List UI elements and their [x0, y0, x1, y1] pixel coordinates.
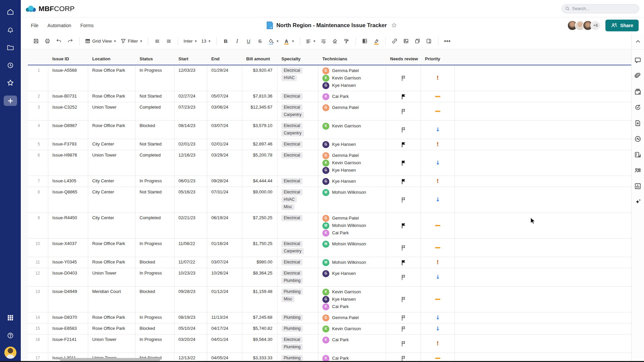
start-date-cell[interactable]: 11/07/22 [174, 257, 207, 268]
create-new-button[interactable] [4, 96, 17, 106]
location-cell[interactable]: Meridian Court [88, 287, 136, 312]
specialty-cell[interactable]: Electrical [277, 176, 318, 187]
insert-card-button[interactable] [413, 36, 423, 46]
needs-review-cell[interactable] [386, 91, 421, 102]
issue-id-cell[interactable]: Issue-F3793 [48, 139, 88, 150]
end-date-cell[interactable]: 05/07/24 [207, 91, 242, 102]
needs-review-cell[interactable] [386, 187, 421, 213]
align-button[interactable]: ▼ [304, 36, 317, 46]
location-cell[interactable]: Union Tower [88, 102, 136, 120]
specialty-cell[interactable]: Plumbing [277, 323, 318, 334]
technicians-cell[interactable]: GGemma PatelKKevin GarrisonGKye Hansen [318, 150, 386, 176]
start-date-cell[interactable]: 02/01/23 [174, 139, 207, 150]
font-family-select[interactable]: Inter ▼ [182, 36, 199, 46]
column-header-end[interactable]: End [207, 56, 242, 61]
location-cell[interactable]: City Center [88, 213, 136, 238]
row-number-cell[interactable]: 5 [28, 139, 48, 150]
issue-id-cell[interactable]: Issue-Y0345 [48, 257, 88, 268]
row-number-cell[interactable]: 9 [28, 213, 48, 238]
start-date-cell[interactable]: 06/01/23 [174, 176, 207, 187]
location-cell[interactable]: City Center [88, 187, 136, 213]
end-date-cell[interactable]: 01/16/24 [207, 239, 242, 257]
issue-id-cell[interactable]: Issue-D0403 [48, 268, 88, 286]
underline-button[interactable]: U [244, 36, 254, 46]
start-date-cell[interactable]: 09/28/23 [174, 287, 207, 312]
column-header-bill-amount[interactable]: Bill amount [242, 56, 277, 61]
specialty-cell[interactable]: Electrical [277, 91, 318, 102]
attachments-panel-button[interactable] [633, 71, 643, 81]
row-number-cell[interactable]: 16 [28, 335, 48, 353]
priority-cell[interactable] [421, 91, 455, 102]
priority-cell[interactable]: ↓ [421, 150, 455, 176]
issue-id-cell[interactable]: Issue-C3252 [48, 102, 88, 120]
technicians-cell[interactable]: KCai Park [318, 335, 386, 353]
fill-color-button[interactable]: ▼ [266, 36, 280, 46]
issue-id-cell[interactable]: Issue-R4450 [48, 213, 88, 238]
strikethrough-button[interactable]: S [255, 36, 265, 46]
column-header-status[interactable]: Status [136, 56, 174, 61]
borders-button[interactable] [360, 36, 370, 46]
wrap-text-button[interactable] [319, 36, 329, 46]
specialty-cell[interactable]: Plumbing [277, 312, 318, 323]
user-profile-avatar[interactable] [4, 347, 16, 359]
insert-link-button[interactable] [390, 36, 400, 46]
issue-id-cell[interactable]: Issue-D4949 [48, 287, 88, 312]
bill-amount-cell[interactable]: $4,444.44 [242, 176, 277, 187]
column-header-priority[interactable]: Priority [421, 56, 455, 61]
technicians-cell[interactable]: KKevin Garrison [318, 323, 386, 334]
needs-review-cell[interactable] [386, 268, 421, 286]
end-date-cell[interactable]: 10/26/24 [207, 268, 242, 286]
save-button[interactable] [31, 36, 41, 46]
bill-amount-cell[interactable]: $2,897.46 [242, 139, 277, 150]
charts-panel-button[interactable] [633, 181, 643, 191]
needs-review-cell[interactable] [386, 176, 421, 187]
issue-id-cell[interactable]: Issue-B0731 [48, 91, 88, 102]
row-number-cell[interactable]: 3 [28, 102, 48, 120]
technicians-cell[interactable]: GKye Hansen [318, 268, 386, 286]
needs-review-cell[interactable] [386, 323, 421, 334]
needs-review-cell[interactable] [386, 121, 421, 139]
status-cell[interactable]: In Progress [136, 65, 174, 91]
bill-amount-cell[interactable]: $7,810.36 [242, 91, 277, 102]
favorites-button[interactable] [4, 76, 17, 90]
needs-review-cell[interactable] [386, 287, 421, 312]
needs-review-cell[interactable] [386, 65, 421, 91]
horizontal-scrollbar-thumb[interactable] [60, 358, 160, 361]
start-date-cell[interactable]: 02/21/23 [174, 213, 207, 238]
highlight-button[interactable] [371, 36, 381, 46]
specialty-cell[interactable]: ElectricalCarpentry [277, 121, 318, 139]
priority-cell[interactable] [421, 287, 455, 312]
sync-panel-button[interactable] [633, 102, 643, 112]
priority-cell[interactable]: ↓ [421, 312, 455, 323]
home-button[interactable] [4, 5, 17, 19]
start-date-cell[interactable]: 12/03/23 [174, 65, 207, 91]
technicians-cell[interactable]: GGemma PatelKKevin GarrisonGKye Hansen [318, 65, 386, 91]
needs-review-cell[interactable] [386, 150, 421, 176]
needs-review-cell[interactable] [386, 312, 421, 323]
start-date-cell[interactable]: 02/27/24 [174, 91, 207, 102]
status-cell[interactable]: Completed [136, 213, 174, 238]
start-date-cell[interactable]: 03/20/24 [174, 335, 207, 353]
end-date-cell[interactable]: 01/29/24 [207, 65, 242, 91]
status-cell[interactable]: In Progress [136, 268, 174, 286]
row-number-cell[interactable]: 8 [28, 187, 48, 213]
bill-amount-cell[interactable]: $7,250.25 [242, 213, 277, 238]
collapse-toolbar-button[interactable] [633, 37, 643, 47]
technicians-cell[interactable]: KCai Park [318, 91, 386, 102]
end-date-cell[interactable]: 09/28/24 [207, 176, 242, 187]
row-number-cell[interactable]: 4 [28, 121, 48, 139]
status-cell[interactable]: Completed [136, 102, 174, 120]
priority-cell[interactable]: ! [421, 257, 455, 268]
priority-cell[interactable]: ↓ [421, 323, 455, 334]
location-cell[interactable]: Union Tower [88, 268, 136, 286]
issue-id-cell[interactable]: Issue-L4305 [48, 176, 88, 187]
end-date-cell[interactable]: 11/13/24 [207, 312, 242, 323]
needs-review-cell[interactable] [386, 139, 421, 150]
technicians-cell[interactable]: GKye Hansen [318, 176, 386, 187]
start-date-cell[interactable]: 08/14/23 [174, 121, 207, 139]
bill-amount-cell[interactable]: $1,159.48 [242, 287, 277, 312]
priority-cell[interactable]: ↓ [421, 121, 455, 139]
specialty-cell[interactable]: PlumbingMisc [277, 287, 318, 312]
specialty-cell[interactable]: Electrical [277, 150, 318, 176]
apps-grid-button[interactable] [4, 311, 17, 324]
